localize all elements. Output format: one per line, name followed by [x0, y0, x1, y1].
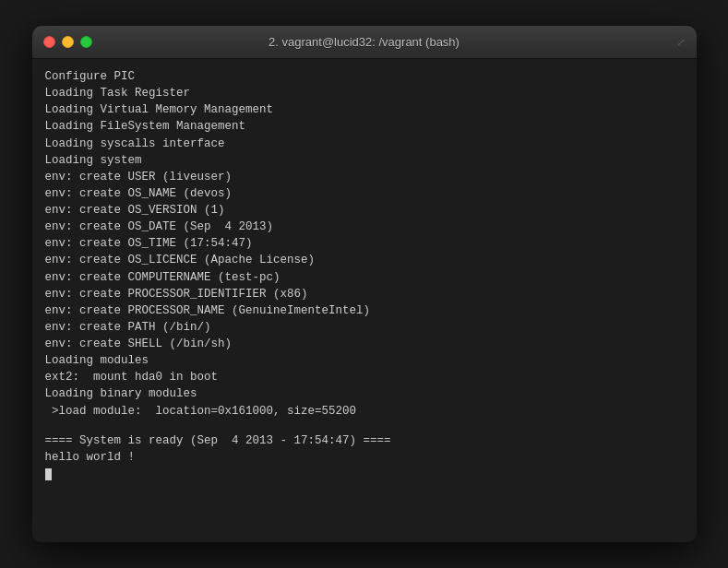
minimize-button[interactable]: [62, 36, 74, 48]
window-title: 2. vagrant@lucid32: /vagrant (bash): [269, 35, 459, 49]
title-bar: 2. vagrant@lucid32: /vagrant (bash) ⤢: [32, 26, 697, 59]
line-binary-modules: Loading binary modules: [45, 385, 684, 402]
line-env-computername: env: create COMPUTERNAME (test-pc): [45, 269, 684, 286]
line-system: Loading system: [45, 152, 684, 169]
line-vmm: Loading Virtual Memory Management: [45, 101, 684, 118]
line-hello: hello world !: [45, 449, 684, 466]
line-env-shell: env: create SHELL (/bin/sh): [45, 336, 684, 352]
line-env-procname: env: create PROCESSOR_NAME (GenuineIment…: [45, 302, 684, 319]
terminal-body[interactable]: Configure PICLoading Task RegisterLoadin…: [32, 59, 697, 542]
traffic-lights: [43, 36, 92, 48]
line-modules: Loading modules: [45, 352, 684, 369]
terminal-cursor: [45, 468, 52, 480]
line-empty1: [45, 420, 684, 432]
line-env-ostime: env: create OS_TIME (17:54:47): [45, 235, 684, 252]
line-env-oslicence: env: create OS_LICENCE (Apache License): [45, 252, 684, 268]
line-configure-pic: Configure PIC: [45, 68, 684, 85]
close-button[interactable]: [43, 36, 55, 48]
maximize-button[interactable]: [80, 36, 92, 48]
window: 2. vagrant@lucid32: /vagrant (bash) ⤢ Co…: [0, 0, 728, 568]
line-syscalls: Loading syscalls interface: [45, 136, 684, 152]
line-env-osname: env: create OS_NAME (devos): [45, 185, 684, 202]
line-env-procid: env: create PROCESSOR_IDENTIFIER (x86): [45, 286, 684, 302]
terminal-window: 2. vagrant@lucid32: /vagrant (bash) ⤢ Co…: [32, 26, 697, 542]
line-ext2: ext2: mount hda0 in boot: [45, 369, 684, 385]
line-ready: ==== System is ready (Sep 4 2013 - 17:54…: [45, 432, 684, 449]
line-fsm: Loading FileSystem Management: [45, 118, 684, 135]
line-env-osversion: env: create OS_VERSION (1): [45, 202, 684, 219]
resize-icon: ⤢: [676, 36, 686, 49]
line-env-osdate: env: create OS_DATE (Sep 4 2013): [45, 219, 684, 235]
line-load-module: >load module: location=0x161000, size=55…: [45, 403, 684, 420]
line-task-register: Loading Task Register: [45, 85, 684, 101]
line-env-user: env: create USER (liveuser): [45, 169, 684, 185]
terminal-cursor-line: [45, 466, 684, 482]
line-env-path: env: create PATH (/bin/): [45, 319, 684, 336]
